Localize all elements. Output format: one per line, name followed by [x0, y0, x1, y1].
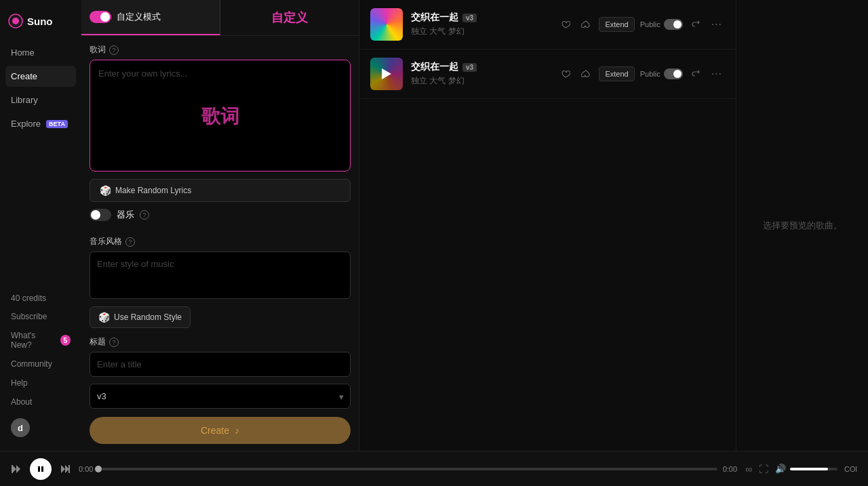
community-link[interactable]: Community	[5, 356, 76, 372]
style-help-icon[interactable]: ?	[125, 237, 135, 247]
svg-rect-6	[41, 466, 43, 472]
logo[interactable]: Suno	[5, 8, 76, 39]
song-title-1: 交织在一起 v3	[411, 12, 550, 24]
player-controls	[11, 458, 71, 480]
song-item-2[interactable]: 交织在一起 v3 独立 大气 梦幻 Extend Public ···	[359, 49, 736, 99]
help-link[interactable]: Help	[5, 375, 76, 391]
preview-hint-text: 选择要预览的歌曲。	[763, 220, 842, 232]
song-actions-1: Extend Public ···	[558, 16, 725, 33]
style-label-row: 音乐风格 ?	[90, 228, 351, 251]
song-tags-1: 独立 大气 梦幻	[411, 26, 550, 37]
sidebar-item-explore[interactable]: Explore BETA	[5, 113, 76, 134]
public-mini-toggle-1[interactable]	[664, 19, 683, 30]
custom-mode-toggle[interactable]	[90, 11, 111, 23]
sidebar: Suno Home Create Library Explore BETA 40…	[0, 0, 81, 451]
svg-marker-4	[16, 465, 20, 473]
like-button-2[interactable]	[558, 66, 573, 81]
title-help-icon[interactable]: ?	[109, 338, 119, 347]
skip-forward-icon	[60, 464, 71, 474]
play-pause-button[interactable]	[30, 458, 52, 480]
song-tags-2: 独立 大气 梦幻	[411, 75, 550, 87]
whats-new-link[interactable]: What's New? 5	[5, 327, 76, 353]
title-input[interactable]	[90, 352, 351, 377]
user-avatar[interactable]: d	[11, 418, 30, 437]
public-mini-toggle-2[interactable]	[664, 68, 683, 79]
volume-section: 🔊	[775, 464, 837, 474]
public-toggle-1: Public	[640, 19, 683, 30]
player-right: ∞ ⛶ 🔊 COl	[745, 464, 857, 474]
song-title-2: 交织在一起 v3	[411, 61, 550, 73]
expand-icon[interactable]: ⛶	[759, 464, 768, 474]
lyrics-input[interactable]	[90, 60, 351, 171]
like-button-1[interactable]	[558, 17, 573, 32]
share-button-1[interactable]	[688, 17, 703, 32]
svg-rect-5	[38, 466, 40, 472]
skip-back-icon	[11, 464, 22, 474]
bottom-player: 0:00 0:00 ∞ ⛶ 🔊 COl	[0, 451, 868, 486]
style-input[interactable]	[90, 251, 351, 299]
song-actions-2: Extend Public ···	[558, 65, 725, 83]
song-info-2: 交织在一起 v3 独立 大气 梦幻	[411, 61, 550, 87]
more-dots-icon-1: ···	[711, 18, 722, 31]
tab-custom-label[interactable]: 自定义	[220, 0, 359, 35]
version-selector-wrapper: v3 v2 v1	[90, 377, 351, 409]
song-item-1[interactable]: 交织在一起 v3 独立 大气 梦幻 Extend Public ···	[359, 0, 736, 49]
svg-rect-9	[68, 465, 70, 473]
make-random-lyrics-button[interactable]: 🎲 Make Random Lyrics	[90, 179, 351, 202]
pause-icon	[37, 465, 45, 473]
song-thumbnail-2	[370, 58, 403, 90]
lyrics-help-icon[interactable]: ?	[109, 45, 119, 55]
use-random-style-button[interactable]: 🎲 Use Random Style	[90, 306, 191, 328]
instrument-help-icon[interactable]: ?	[140, 210, 149, 220]
sidebar-bottom: 40 credits Subscribe What's New? 5 Commu…	[5, 291, 76, 443]
like-icon-1	[561, 20, 570, 29]
play-triangle-2	[382, 68, 391, 79]
about-link[interactable]: About	[5, 394, 76, 410]
extend-button-2[interactable]: Extend	[599, 66, 634, 81]
more-button-2[interactable]: ···	[709, 65, 725, 83]
version-select[interactable]: v3 v2 v1	[90, 384, 351, 409]
song-thumbnail-1	[370, 8, 403, 41]
skip-forward-button[interactable]	[60, 464, 71, 474]
public-label-2: Public	[640, 70, 660, 78]
sidebar-item-library[interactable]: Library	[5, 89, 76, 110]
logo-icon	[8, 14, 23, 28]
share-icon-1	[691, 20, 701, 29]
volume-bar[interactable]	[790, 468, 837, 470]
progress-bar[interactable]	[98, 468, 717, 470]
lyrics-container: 歌词	[90, 60, 351, 174]
share-button-2[interactable]	[688, 66, 703, 81]
beta-badge: BETA	[46, 120, 68, 128]
mode-tabs: 自定义模式 自定义	[81, 0, 359, 36]
time-total: 0:00	[723, 465, 737, 473]
instrument-toggle[interactable]	[90, 209, 111, 221]
create-button[interactable]: Create ♪	[90, 417, 351, 444]
dislike-button-2[interactable]	[578, 66, 593, 81]
song-art-1	[370, 8, 403, 41]
dislike-icon-1	[581, 20, 591, 29]
preview-panel: 选择要预览的歌曲。	[736, 0, 868, 451]
loop-icon[interactable]: ∞	[745, 464, 752, 474]
share-icon-2	[691, 69, 701, 79]
tab-custom-mode[interactable]: 自定义模式	[81, 0, 220, 35]
public-toggle-2: Public	[640, 68, 683, 79]
more-button-1[interactable]: ···	[709, 16, 725, 33]
create-form: 歌词 ? 歌词 🎲 Make Random Lyrics 器乐 ? 音乐风格 ?	[81, 36, 359, 451]
dislike-button-1[interactable]	[578, 17, 593, 32]
sidebar-item-create[interactable]: Create	[5, 66, 76, 87]
lyrics-label-row: 歌词 ?	[90, 36, 351, 60]
music-note-icon: ♪	[235, 425, 239, 436]
sidebar-item-home[interactable]: Home	[5, 42, 76, 63]
song-list: 交织在一起 v3 独立 大气 梦幻 Extend Public ···	[359, 0, 736, 451]
subscribe-link[interactable]: Subscribe	[5, 308, 76, 325]
svg-marker-7	[61, 465, 65, 473]
extend-button-1[interactable]: Extend	[599, 17, 634, 32]
skip-back-button[interactable]	[11, 464, 22, 474]
progress-dot	[95, 466, 102, 472]
credits-display: 40 credits	[5, 291, 76, 306]
like-icon-2	[561, 69, 570, 79]
play-overlay-2	[370, 58, 403, 90]
volume-icon[interactable]: 🔊	[775, 464, 786, 474]
instrument-row: 器乐 ?	[90, 202, 351, 228]
create-panel: 自定义模式 自定义 歌词 ? 歌词 🎲 Make Random Lyrics	[81, 0, 359, 451]
